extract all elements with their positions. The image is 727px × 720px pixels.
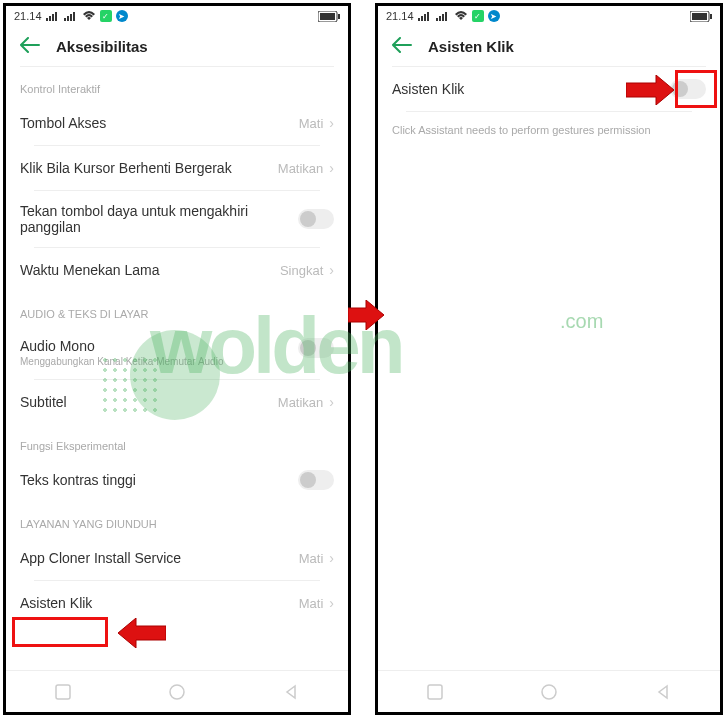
- header: Asisten Klik: [378, 26, 720, 66]
- nav-recents-icon[interactable]: [426, 683, 444, 701]
- status-bar: 21.14 ✓ ➤: [378, 6, 720, 26]
- telegram-icon: ➤: [116, 10, 128, 22]
- nav-back-icon[interactable]: [654, 683, 672, 701]
- svg-rect-1: [49, 16, 51, 21]
- row-label: Asisten Klik: [20, 595, 299, 611]
- svg-rect-6: [70, 14, 72, 21]
- svg-rect-2: [52, 14, 54, 21]
- chevron-right-icon: ›: [329, 115, 334, 131]
- svg-rect-17: [436, 18, 438, 21]
- whatsapp-icon: ✓: [472, 10, 484, 22]
- svg-rect-23: [692, 13, 707, 20]
- wifi-icon: [454, 11, 468, 21]
- signal-icon: [46, 11, 60, 21]
- status-time: 21.14: [14, 10, 42, 22]
- toggle-switch[interactable]: [670, 79, 706, 99]
- nav-home-icon[interactable]: [540, 683, 558, 701]
- back-arrow-icon[interactable]: [392, 36, 412, 56]
- status-time: 21.14: [386, 10, 414, 22]
- row-label: Waktu Menekan Lama: [20, 262, 280, 278]
- row-label: Klik Bila Kursor Berhenti Bergerak: [20, 160, 278, 176]
- back-arrow-icon[interactable]: [20, 36, 40, 56]
- page-title: Asisten Klik: [428, 38, 514, 55]
- signal-icon-2: [436, 11, 450, 21]
- svg-rect-14: [421, 16, 423, 21]
- svg-rect-16: [427, 12, 429, 21]
- svg-rect-9: [338, 14, 340, 19]
- whatsapp-icon: ✓: [100, 10, 112, 22]
- battery-icon: [318, 11, 340, 22]
- section-kontrol-label: Kontrol Interaktif: [20, 83, 334, 95]
- row-teks-kontras[interactable]: Teks kontras tinggi: [20, 458, 334, 502]
- watermark-logo-icon: [130, 330, 220, 420]
- svg-rect-18: [439, 16, 441, 21]
- row-value: Mati: [299, 596, 324, 611]
- signal-icon-2: [64, 11, 78, 21]
- nav-back-icon[interactable]: [282, 683, 300, 701]
- svg-rect-7: [73, 12, 75, 21]
- row-value: Mati: [299, 551, 324, 566]
- row-waktu-menekan[interactable]: Waktu Menekan Lama Singkat ›: [20, 248, 334, 292]
- navbar: [6, 670, 348, 712]
- telegram-icon: ➤: [488, 10, 500, 22]
- svg-rect-24: [428, 685, 442, 699]
- row-value: Singkat: [280, 263, 323, 278]
- row-value: Matikan: [278, 161, 324, 176]
- toggle-switch[interactable]: [298, 209, 334, 229]
- header: Aksesibilitas: [6, 26, 348, 66]
- row-tekan-tombol[interactable]: Tekan tombol daya untuk mengakhiri pangg…: [20, 191, 334, 247]
- toggle-switch[interactable]: [298, 470, 334, 490]
- svg-rect-5: [67, 16, 69, 21]
- arrow-right-icon: [626, 75, 674, 105]
- row-klik-kursor[interactable]: Klik Bila Kursor Berhenti Bergerak Matik…: [20, 146, 334, 190]
- section-audio-label: AUDIO & TEKS DI LAYAR: [20, 308, 334, 320]
- chevron-right-icon: ›: [329, 160, 334, 176]
- navbar: [378, 670, 720, 712]
- chevron-right-icon: ›: [329, 595, 334, 611]
- svg-rect-15: [424, 14, 426, 21]
- row-app-cloner[interactable]: App Cloner Install Service Mati ›: [20, 536, 334, 580]
- svg-rect-3: [55, 12, 57, 21]
- permission-description: Click Assistant needs to perform gesture…: [392, 112, 706, 148]
- row-asisten-klik[interactable]: Asisten Klik Mati ›: [20, 581, 334, 625]
- watermark-suffix: .com: [560, 310, 603, 333]
- section-fungsi-label: Fungsi Eksperimental: [20, 440, 334, 452]
- svg-rect-11: [56, 685, 70, 699]
- svg-rect-4: [64, 18, 66, 21]
- status-bar: 21.14 ✓ ➤: [6, 6, 348, 26]
- row-value: Mati: [299, 116, 324, 131]
- nav-home-icon[interactable]: [168, 683, 186, 701]
- phone-right: 21.14 ✓ ➤ Asisten Klik Asisten Kli: [375, 3, 723, 715]
- svg-rect-13: [418, 18, 420, 21]
- chevron-right-icon: ›: [329, 262, 334, 278]
- svg-point-12: [170, 685, 184, 699]
- nav-recents-icon[interactable]: [54, 683, 72, 701]
- svg-point-25: [542, 685, 556, 699]
- wifi-icon: [82, 11, 96, 21]
- toggle-switch[interactable]: [298, 338, 334, 358]
- row-label: Tombol Akses: [20, 115, 299, 131]
- chevron-right-icon: ›: [329, 550, 334, 566]
- signal-icon: [418, 11, 432, 21]
- page-title: Aksesibilitas: [56, 38, 148, 55]
- arrow-center-icon: [348, 300, 384, 330]
- svg-rect-0: [46, 18, 48, 21]
- svg-rect-20: [445, 12, 447, 21]
- row-label: Teks kontras tinggi: [20, 472, 298, 488]
- arrow-left-icon: [118, 618, 166, 648]
- chevron-right-icon: ›: [329, 394, 334, 410]
- svg-rect-22: [710, 14, 712, 19]
- svg-rect-19: [442, 14, 444, 21]
- row-label: Tekan tombol daya untuk mengakhiri pangg…: [20, 203, 298, 235]
- content-scroll[interactable]: Asisten Klik Click Assistant needs to pe…: [378, 67, 720, 670]
- section-layanan-label: LAYANAN YANG DIUNDUH: [20, 518, 334, 530]
- row-value: Matikan: [278, 395, 324, 410]
- row-label: App Cloner Install Service: [20, 550, 299, 566]
- battery-icon: [690, 11, 712, 22]
- row-tombol-akses[interactable]: Tombol Akses Mati ›: [20, 101, 334, 145]
- svg-rect-10: [320, 13, 335, 20]
